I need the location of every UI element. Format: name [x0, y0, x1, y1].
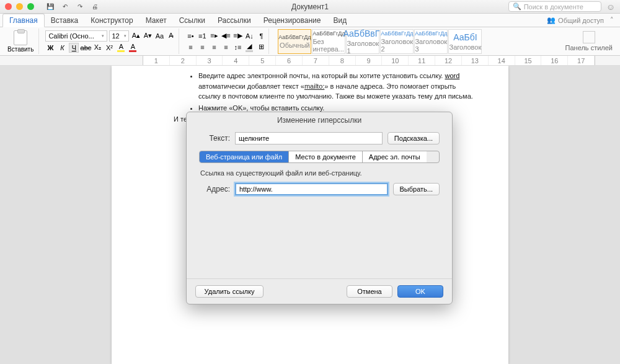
- grow-font-icon[interactable]: A▴: [131, 31, 141, 41]
- ruler-tick: 10: [382, 56, 409, 65]
- tab-home[interactable]: Главная: [2, 14, 45, 27]
- tab-document-place[interactable]: Место в документе: [289, 151, 363, 162]
- strike-button[interactable]: abc: [81, 43, 91, 53]
- multilevel-icon[interactable]: ≡▸: [209, 31, 219, 41]
- chevron-down-icon: ▾: [124, 33, 126, 38]
- ruler-tick: 15: [515, 56, 542, 65]
- remove-link-button[interactable]: Удалить ссылку: [195, 285, 264, 298]
- line-spacing-icon[interactable]: ↕≡: [232, 42, 242, 52]
- address-label: Адрес:: [199, 185, 230, 193]
- justify-icon[interactable]: ≡: [221, 42, 231, 52]
- print-icon[interactable]: 🖨: [90, 1, 100, 12]
- tab-webpage[interactable]: Веб-страница или файл: [200, 151, 289, 162]
- window-controls: [5, 3, 34, 10]
- align-left-icon[interactable]: ≡: [185, 42, 195, 52]
- show-marks-icon[interactable]: ¶: [256, 31, 266, 41]
- save-icon[interactable]: 💾: [45, 1, 55, 12]
- underline-button[interactable]: Ч: [69, 43, 79, 53]
- hyperlink-dialog: Изменение гиперссылки Текст: Подсказка..…: [186, 112, 453, 304]
- chevron-down-icon: ▾: [102, 33, 104, 38]
- sort-icon[interactable]: A↓: [244, 31, 254, 41]
- style-title[interactable]: АаБбІЗаголовок: [448, 29, 482, 54]
- highlight-button[interactable]: A: [116, 43, 126, 52]
- clear-format-icon[interactable]: A̶: [166, 31, 176, 41]
- hint-text: Ссылка на существующий файл или веб-стра…: [199, 169, 440, 177]
- tab-view[interactable]: Вид: [327, 14, 353, 27]
- font-family-select[interactable]: Calibri (Осно...▾: [45, 30, 107, 42]
- close-window-icon[interactable]: [5, 3, 12, 10]
- font-group: Calibri (Осно...▾ 12▾ A▴ A▾ Aa A̶ Ж К Ч …: [43, 29, 179, 54]
- undo-icon[interactable]: ↶: [60, 1, 70, 12]
- text-input[interactable]: [235, 132, 383, 144]
- italic-button[interactable]: К: [57, 43, 67, 53]
- paste-button[interactable]: Вставить: [5, 29, 36, 54]
- zoom-window-icon[interactable]: [27, 3, 34, 10]
- ruler-tick: 7: [303, 56, 329, 65]
- feedback-icon[interactable]: ☺: [606, 2, 615, 12]
- shrink-font-icon[interactable]: A▾: [143, 31, 153, 41]
- list-item: Введите адрес электронной почты, на кото…: [198, 71, 477, 102]
- search-input[interactable]: 🔍 Поиск в документе: [508, 1, 601, 12]
- font-size-select[interactable]: 12▾: [109, 30, 129, 42]
- document-title: Документ1: [291, 2, 329, 11]
- ruler-tick: 16: [541, 56, 568, 65]
- search-icon: 🔍: [513, 2, 521, 11]
- ruler-tick: 8: [329, 56, 356, 65]
- share-icon: 👥: [547, 16, 556, 24]
- share-button[interactable]: 👥 Общий доступ ˄: [547, 16, 618, 24]
- style-heading2[interactable]: АаБбВвГгДдЗаголовок 2: [380, 29, 414, 54]
- paste-label: Вставить: [7, 46, 33, 53]
- subscript-button[interactable]: X₂: [92, 43, 102, 53]
- title-bar: 💾 ↶ ↷ 🖨 Документ1 🔍 Поиск в документе ☺: [0, 0, 620, 14]
- change-case-icon[interactable]: Aa: [154, 31, 164, 41]
- styles-pane-button[interactable]: Панель стилей: [563, 30, 615, 53]
- style-heading3[interactable]: АаБбВвГгДдЗаголовок 3: [414, 29, 448, 54]
- cancel-button[interactable]: Отмена: [347, 285, 392, 298]
- tab-layout[interactable]: Макет: [140, 14, 173, 27]
- ok-button[interactable]: OK: [397, 285, 443, 298]
- ruler-tick: 2: [170, 56, 197, 65]
- numbering-icon[interactable]: ≡1: [197, 31, 207, 41]
- tab-review[interactable]: Рецензирование: [257, 14, 327, 27]
- text-label: Текст:: [199, 134, 230, 143]
- redo-icon[interactable]: ↷: [75, 1, 85, 12]
- tab-email[interactable]: Адрес эл. почты: [363, 151, 427, 162]
- indent-left-icon[interactable]: ◀≡: [221, 31, 231, 41]
- browse-button[interactable]: Выбрать...: [393, 183, 440, 195]
- tab-references[interactable]: Ссылки: [173, 14, 211, 27]
- ruler-tick: 1: [143, 56, 170, 65]
- tab-mailings[interactable]: Рассылки: [211, 14, 257, 27]
- style-heading1[interactable]: АаБбВвГгЗаголовок 1: [346, 29, 379, 54]
- address-input[interactable]: [235, 183, 388, 195]
- ruler-tick: 12: [435, 56, 462, 65]
- style-normal[interactable]: АаБбВвГгДдОбычный: [278, 29, 311, 54]
- superscript-button[interactable]: X²: [104, 43, 114, 53]
- styles-pane-label: Панель стилей: [565, 44, 613, 51]
- styles-pane-group: Панель стилей: [560, 29, 618, 54]
- style-no-spacing[interactable]: АаБбВвГгДдБез интерва...: [312, 29, 345, 54]
- styles-group: АаБбВвГгДдОбычный АаБбВвГгДдБез интерва.…: [273, 29, 556, 54]
- tab-insert[interactable]: Вставка: [45, 14, 85, 27]
- font-color-button[interactable]: A: [128, 43, 138, 52]
- ruler-tick: 11: [409, 56, 435, 65]
- ruler-tick: 6: [276, 56, 303, 65]
- shading-button[interactable]: ◢: [244, 42, 254, 52]
- ruler-tick: 5: [249, 56, 276, 65]
- align-center-icon[interactable]: ≡: [197, 42, 207, 52]
- ruler[interactable]: 1 2 3 4 5 6 7 8 9 10 11 12 13 14 15 16 1…: [0, 56, 620, 66]
- ruler-tick: 17: [568, 56, 595, 65]
- tab-design[interactable]: Конструктор: [84, 14, 139, 27]
- bold-button[interactable]: Ж: [45, 43, 55, 53]
- tooltip-button[interactable]: Подсказка...: [388, 132, 440, 144]
- align-right-icon[interactable]: ≡: [209, 42, 219, 52]
- ruler-tick: 3: [197, 56, 223, 65]
- share-label: Общий доступ: [558, 17, 604, 24]
- styles-pane-icon: [583, 31, 595, 43]
- borders-icon[interactable]: ⊞: [256, 42, 266, 52]
- clipboard-icon: [14, 30, 27, 45]
- indent-right-icon[interactable]: ≡▶: [232, 31, 242, 41]
- paragraph-group: ≡• ≡1 ≡▸ ◀≡ ≡▶ A↓ ¶ ≡ ≡ ≡ ≡ ↕≡ ◢ ⊞: [183, 29, 269, 54]
- ribbon-collapse-icon[interactable]: ˄: [610, 16, 614, 24]
- bullets-icon[interactable]: ≡•: [185, 31, 195, 41]
- minimize-window-icon[interactable]: [16, 3, 23, 10]
